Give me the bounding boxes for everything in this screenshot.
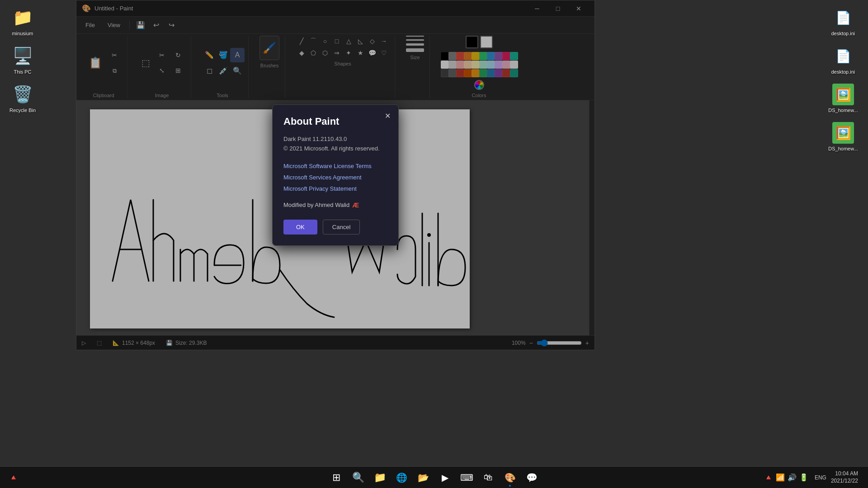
dialog-overlay: ✕ About Paint Dark Paint 11.2110.43.0 © …	[76, 0, 594, 350]
about-dialog: ✕ About Paint Dark Paint 11.2110.43.0 © …	[272, 104, 399, 246]
dialog-buttons: OK Cancel	[283, 220, 387, 235]
taskbar-store-button[interactable]: 🛍	[478, 468, 498, 488]
taskbar-wifi-icon[interactable]: 📶	[776, 473, 785, 482]
dialog-version: Dark Paint 11.2110.43.0 © 2021 Microsoft…	[283, 135, 387, 154]
ae-logo-icon: Æ	[352, 201, 359, 209]
taskbar-arrow-icon[interactable]: 🔺	[764, 473, 773, 482]
icon-label-right-1: desktop.ini	[831, 31, 855, 36]
desktop: 📁 minusium 🖥️ This PC 🗑️ Recycle Bin 📄 d…	[0, 0, 868, 488]
pc-icon: 🖥️	[12, 45, 33, 67]
show-desktop-button[interactable]	[861, 468, 864, 488]
desktop-icon-thispc[interactable]: 🖥️ This PC	[5, 43, 41, 77]
desktop-icon-right-1[interactable]: 📄 desktop.ini	[825, 5, 861, 38]
taskbar-files2-button[interactable]: 📂	[413, 468, 433, 488]
desktop-icon-minusium[interactable]: 📁 minusium	[5, 5, 41, 38]
taskbar-terminal-button[interactable]: ⌨	[457, 468, 476, 488]
dialog-close-button[interactable]: ✕	[381, 109, 394, 122]
icon-label-thispc: This PC	[14, 69, 31, 75]
icon-label-right-4: DS_homew...	[828, 146, 858, 151]
taskbar: 🔺 ⊞ 🔍 📁 🌐 📂 ▶ ⌨ 🛍 🎨 💬 🔺 📶 🔊 🔋 ENG 10:04	[0, 466, 868, 488]
icon-label-right-3: DS_homew...	[828, 108, 858, 113]
file-icon-4: 🖼️	[832, 122, 854, 144]
taskbar-paint-button[interactable]: 🎨	[500, 468, 520, 488]
icon-label-right-2: desktop.ini	[831, 69, 855, 75]
desktop-icons-left: 📁 minusium 🖥️ This PC 🗑️ Recycle Bin	[0, 0, 45, 120]
taskbar-battery-icon[interactable]: 🔋	[799, 473, 808, 482]
taskbar-start-button[interactable]: ⊞	[326, 468, 346, 488]
taskbar-search-button[interactable]: 🔍	[348, 468, 368, 488]
file-icon-3: 🖼️	[832, 84, 854, 105]
taskbar-network-button[interactable]: 🔺	[4, 468, 24, 488]
taskbar-media-button[interactable]: ▶	[435, 468, 455, 488]
taskbar-center: ⊞ 🔍 📁 🌐 📂 ▶ ⌨ 🛍 🎨 💬	[326, 468, 542, 488]
taskbar-volume-icon[interactable]: 🔊	[788, 473, 797, 482]
paint-window: 🎨 Untitled - Paint ─ □ ✕ File View 💾 ↩ ↪	[76, 0, 595, 350]
dialog-links: Microsoft Software License Terms Microso…	[283, 163, 387, 192]
desktop-icon-right-3[interactable]: 🖼️ DS_homew...	[825, 81, 861, 115]
icon-label-minusium: minusium	[12, 31, 33, 36]
link-privacy[interactable]: Microsoft Privacy Statement	[283, 185, 387, 192]
taskbar-datetime[interactable]: 10:04 AM 2021/12/22	[831, 470, 858, 484]
taskbar-left: 🔺	[4, 468, 24, 488]
desktop-icon-right-2[interactable]: 📄 desktop.ini	[825, 43, 861, 77]
taskbar-chrome-button[interactable]: 🌐	[392, 468, 411, 488]
link-services[interactable]: Microsoft Services Agreement	[283, 174, 387, 181]
desktop-icons-right: 📄 desktop.ini 📄 desktop.ini 🖼️ DS_homew.…	[818, 0, 868, 158]
dialog-cancel-button[interactable]: Cancel	[323, 220, 360, 235]
file-icon-2: 📄	[832, 45, 854, 67]
icon-label-recycle-bin: Recycle Bin	[9, 108, 36, 113]
dialog-modified: Modified by Ahmed Walid Æ	[283, 201, 387, 209]
taskbar-time-display: 10:04 AM	[831, 470, 858, 478]
desktop-icon-right-4[interactable]: 🖼️ DS_homew...	[825, 120, 861, 154]
desktop-icon-recycle-bin[interactable]: 🗑️ Recycle Bin	[5, 81, 41, 115]
taskbar-discord-button[interactable]: 💬	[522, 468, 542, 488]
lang-display: ENG	[815, 474, 826, 481]
dialog-ok-button[interactable]: OK	[283, 220, 317, 235]
file-icon-1: 📄	[832, 7, 854, 28]
taskbar-date-display: 2021/12/22	[831, 478, 858, 485]
link-license[interactable]: Microsoft Software License Terms	[283, 163, 387, 169]
taskbar-system-icons: 🔺 📶 🔊 🔋	[764, 473, 808, 482]
copyright-text: © 2021 Microsoft. All rights reserved.	[283, 145, 380, 152]
version-text: Dark Paint 11.2110.43.0	[283, 136, 347, 142]
modified-text: Modified by Ahmed Walid	[283, 202, 349, 208]
folder-icon: 📁	[12, 7, 33, 28]
recycle-bin-icon: 🗑️	[12, 84, 33, 105]
taskbar-right: 🔺 📶 🔊 🔋 ENG 10:04 AM 2021/12/22	[764, 468, 864, 488]
taskbar-files-button[interactable]: 📁	[370, 468, 390, 488]
dialog-title: About Paint	[283, 116, 387, 127]
